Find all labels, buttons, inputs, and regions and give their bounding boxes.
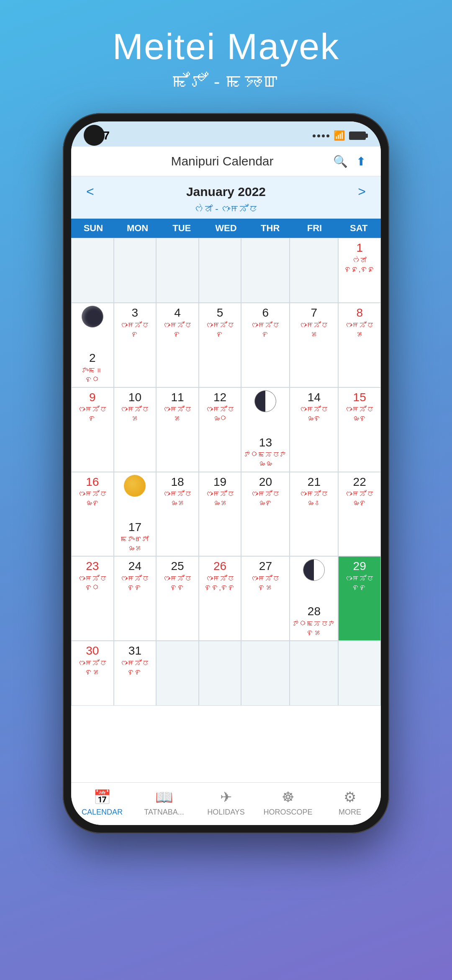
cal-day-number: 22 [353, 475, 366, 489]
cal-day-number: 4 [174, 306, 181, 320]
cal-day-number: 31 [128, 644, 141, 658]
cal-cell[interactable]: 7ꯁꯦꯝꯍꯩꯅ ꯷ [290, 303, 338, 387]
app-navbar-title: Manipuri Calendar [171, 154, 273, 168]
month-nav: < January 2022 > [71, 176, 381, 202]
cal-day-number: 23 [86, 559, 99, 573]
more-tab-icon: ⚙ [344, 789, 356, 805]
tab-more[interactable]: ⚙ MORE [319, 789, 381, 817]
cal-meitei-text: ꯁꯦꯝꯍꯩꯅ ꯶꯸ [121, 574, 149, 593]
search-icon[interactable]: 🔍 [333, 155, 348, 168]
cal-cell[interactable]: 19ꯁꯦꯝꯍꯩꯅ ꯳꯷ [199, 472, 241, 557]
cal-cell[interactable] [156, 641, 199, 706]
cal-meitei-text: ꯇꯥ꯰ꯃꯍꯅꯇ ꯳꯳ [244, 450, 287, 469]
cal-meitei-text: ꯁꯦꯝꯍꯩꯅ ꯸ [163, 321, 192, 339]
cal-cell[interactable]: 17ꯃꯇꯦꯔꯇꯤ ꯳꯷ [114, 472, 157, 557]
cal-cell[interactable]: 29ꯁꯦꯝꯍꯩꯅ ꯶꯸ [338, 556, 381, 641]
cal-cell[interactable]: 2ꯇꯦꯃ꯫ ꯶꯰ [71, 303, 114, 387]
cal-meitei-text: ꯁꯦꯝꯍꯩꯅ ꯸ [206, 321, 234, 339]
day-header-wed: WED [204, 219, 248, 238]
cal-cell[interactable] [290, 238, 338, 303]
cal-cell[interactable]: 16ꯁꯦꯝꯍꯩꯅ ꯳꯸ [71, 472, 114, 557]
phone-screen: 9:47 📶 Manipuri Calendar 🔍 ⬆ [71, 121, 381, 825]
cal-cell[interactable] [114, 238, 157, 303]
cal-day-number: 21 [308, 475, 321, 489]
cal-cell[interactable]: 26ꯁꯦꯝꯍꯩꯅ ꯶꯶,꯶꯸ [199, 556, 241, 641]
more-tab-label: MORE [339, 808, 361, 817]
cal-day-number: 6 [262, 306, 269, 320]
cal-cell[interactable]: 24ꯁꯦꯝꯍꯩꯅ ꯶꯸ [114, 556, 157, 641]
cal-cell[interactable]: 12ꯁꯦꯝꯍꯩꯅ ꯳꯰ [199, 387, 241, 472]
cal-cell[interactable]: 13ꯇꯥ꯰ꯃꯍꯅꯇ ꯳꯳ [241, 387, 290, 472]
tab-tatnaba[interactable]: 📖 TATNABA... [133, 789, 195, 817]
cal-day-number: 14 [308, 390, 321, 405]
cal-cell[interactable]: 4ꯁꯦꯝꯍꯩꯅ ꯸ [156, 303, 199, 387]
cal-day-number: 11 [171, 390, 184, 405]
cal-cell[interactable]: 20ꯁꯦꯝꯍꯩꯅ ꯳꯸ [241, 472, 290, 557]
cal-cell[interactable]: 18ꯁꯦꯝꯍꯩꯅ ꯳꯷ [156, 472, 199, 557]
cal-cell[interactable]: 10ꯁꯦꯝꯍꯩꯅ ꯷ [114, 387, 157, 472]
cal-cell[interactable] [241, 641, 290, 706]
cal-cell[interactable]: 8ꯁꯦꯝꯍꯩꯅ ꯷ [338, 303, 381, 387]
cal-cell[interactable]: 28ꯇꯥ꯰ꯃꯍꯅꯇ ꯶꯷ [290, 556, 338, 641]
share-icon[interactable]: ⬆ [356, 155, 366, 168]
tab-horoscope[interactable]: ☸ HOROSCOPE [257, 789, 319, 817]
cal-meitei-text: ꯁꯦꯝꯍꯩꯅ ꯶꯰ [78, 574, 107, 593]
calendar-container: SUN MON TUE WED THR FRI SAT 1ꯁꯥꯖꯤ ꯶꯹,꯶꯹2… [71, 219, 381, 782]
cal-meitei-text: ꯁꯦꯝꯍꯩꯅ ꯶꯸ [345, 574, 374, 593]
cal-cell[interactable]: 22ꯁꯦꯝꯍꯩꯅ ꯳꯸ [338, 472, 381, 557]
cal-day-number: 17 [128, 520, 141, 534]
cal-day-number: 16 [86, 475, 99, 489]
cal-cell[interactable] [199, 641, 241, 706]
app-subtitle: ꯃꯩꯇꯩ - ꯃꯌꯦꯛ [113, 71, 339, 92]
next-month-button[interactable]: > [351, 184, 372, 199]
cal-cell[interactable]: 3ꯁꯦꯝꯍꯩꯅ ꯸ [114, 303, 157, 387]
cal-day-number: 10 [128, 390, 141, 405]
tab-calendar[interactable]: 📅 CALENDAR [71, 789, 133, 817]
cal-cell[interactable] [71, 238, 114, 303]
navbar-icons[interactable]: 🔍 ⬆ [333, 155, 366, 168]
battery-icon [349, 132, 366, 140]
cal-cell[interactable]: 15ꯁꯦꯝꯍꯩꯅ ꯳꯶ [338, 387, 381, 472]
cal-cell[interactable] [241, 238, 290, 303]
calendar-grid: 1ꯁꯥꯖꯤ ꯶꯹,꯶꯹2ꯇꯦꯃ꯫ ꯶꯰3ꯁꯦꯝꯍꯩꯅ ꯸4ꯁꯦꯝꯍꯩꯅ ꯸5ꯁꯦ… [71, 238, 381, 706]
cal-cell[interactable]: 11ꯁꯦꯝꯍꯩꯅ ꯷ [156, 387, 199, 472]
cal-cell[interactable]: 9ꯁꯦꯝꯍꯩꯅ ꯸ [71, 387, 114, 472]
prev-month-button[interactable]: < [80, 184, 101, 199]
status-bar: 9:47 📶 [71, 121, 381, 147]
cal-cell[interactable]: 25ꯁꯦꯝꯍꯩꯅ ꯶꯶ [156, 556, 199, 641]
cal-cell[interactable] [156, 238, 199, 303]
cal-meitei-text: ꯁꯦꯝꯍꯩꯅ ꯳꯶ [300, 405, 328, 423]
cal-cell[interactable]: 21ꯁꯦꯝꯍꯩꯅ ꯳꯴ [290, 472, 338, 557]
month-subtitle: ꯁꯥꯖꯤ - ꯁꯦꯝꯍꯩꯅ [71, 202, 381, 219]
tatnaba-tab-icon: 📖 [155, 789, 173, 805]
cal-meitei-text: ꯁꯦꯝꯍꯩꯅ ꯶꯷ [78, 659, 107, 677]
cal-day-number: 20 [259, 475, 272, 489]
day-header-thr: THR [248, 219, 293, 238]
cal-cell[interactable] [199, 238, 241, 303]
camera-notch [84, 125, 105, 146]
tab-bar: 📅 CALENDAR 📖 TATNABA... ✈ HOLIDAYS ☸ HOR… [71, 782, 381, 825]
cal-cell[interactable]: 6ꯁꯦꯝꯍꯩꯅ ꯸ [241, 303, 290, 387]
cal-day-number: 26 [213, 559, 226, 573]
cal-cell[interactable]: 27ꯁꯦꯝꯍꯩꯅ ꯶꯷ [241, 556, 290, 641]
cal-meitei-text: ꯁꯦꯝꯍꯩꯅ ꯳꯰ [206, 405, 234, 423]
horoscope-tab-icon: ☸ [282, 789, 294, 805]
day-headers: SUN MON TUE WED THR FRI SAT [71, 219, 381, 238]
cal-cell[interactable]: 14ꯁꯦꯝꯍꯩꯅ ꯳꯶ [290, 387, 338, 472]
cal-meitei-text: ꯁꯦꯝꯍꯩꯅ ꯷ [345, 321, 374, 339]
cal-day-number: 30 [86, 644, 99, 658]
cal-meitei-text: ꯁꯦꯝꯍꯩꯅ ꯳꯸ [345, 490, 374, 508]
cal-meitei-text: ꯁꯦꯝꯍꯩꯅ ꯶꯷ [251, 574, 280, 593]
cal-cell[interactable] [338, 641, 381, 706]
cal-day-number: 7 [311, 306, 318, 320]
cal-cell[interactable]: 23ꯁꯦꯝꯍꯩꯅ ꯶꯰ [71, 556, 114, 641]
tab-holidays[interactable]: ✈ HOLIDAYS [195, 789, 257, 817]
cal-cell[interactable]: 5ꯁꯦꯝꯍꯩꯅ ꯸ [199, 303, 241, 387]
cal-cell[interactable]: 31ꯁꯦꯝꯍꯩꯅ ꯶꯸ [114, 641, 157, 706]
holidays-tab-label: HOLIDAYS [207, 808, 245, 817]
cal-meitei-text: ꯁꯦꯝꯍꯩꯅ ꯶꯶ [163, 574, 192, 593]
cal-cell[interactable]: 1ꯁꯥꯖꯤ ꯶꯹,꯶꯹ [338, 238, 381, 303]
horoscope-tab-label: HOROSCOPE [263, 808, 312, 817]
cal-cell[interactable] [290, 641, 338, 706]
cal-cell[interactable]: 30ꯁꯦꯝꯍꯩꯅ ꯶꯷ [71, 641, 114, 706]
